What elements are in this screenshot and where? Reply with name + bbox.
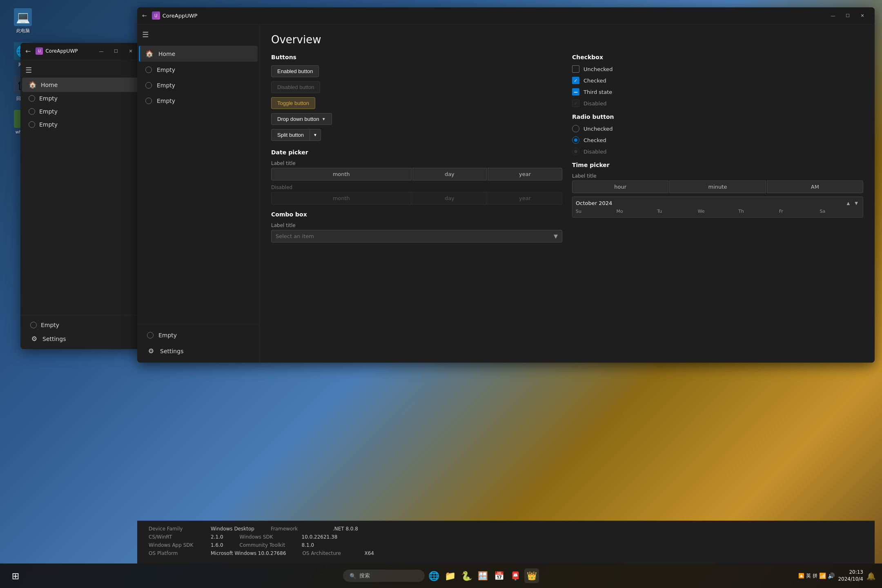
radio-unchecked-outer xyxy=(572,125,579,132)
calendar-month-year: October 2024 xyxy=(576,200,612,206)
tray-volume[interactable]: 🔊 xyxy=(828,572,835,579)
day-field[interactable]: day xyxy=(412,168,487,180)
radio-unchecked[interactable]: Unchecked xyxy=(572,125,863,132)
month-field[interactable]: month xyxy=(271,168,412,180)
small-win-controls: — ☐ ✕ xyxy=(94,45,138,57)
nav-empty2-label: Empty xyxy=(157,82,175,89)
checkbox-checked[interactable]: ✓ Checked xyxy=(572,77,863,84)
nav-item-home[interactable]: 🏠 Home xyxy=(139,46,258,62)
radio-disabled-label: Disabled xyxy=(584,149,606,155)
taskbar-search[interactable]: 🔍 搜索 xyxy=(343,570,425,582)
sidebar-item-empty-footer[interactable]: Empty xyxy=(24,318,140,332)
start-button[interactable]: ⊞ xyxy=(7,567,24,585)
combo-box-section: Combo box Label title Select an item ▼ xyxy=(271,211,562,243)
radio-checked[interactable]: Checked xyxy=(572,136,863,144)
radio-unchecked-label: Unchecked xyxy=(584,126,613,132)
small-app-icon: U xyxy=(36,47,43,55)
nav-empty-footer-label: Empty xyxy=(158,332,177,339)
taskbar-icon-calendar[interactable]: 📅 xyxy=(492,568,506,583)
tray-icon-up[interactable]: 🔼 xyxy=(798,573,804,579)
checkbox-unchecked[interactable]: Unchecked xyxy=(572,65,863,73)
back-icon[interactable]: ← xyxy=(25,47,31,55)
nav-item-empty-footer[interactable]: Empty xyxy=(140,328,256,343)
checkbox-disabled: ✓ Disabled xyxy=(572,100,863,107)
year-field[interactable]: year xyxy=(488,168,562,180)
split-button-arrow[interactable]: ▼ xyxy=(310,129,321,141)
small-title-content: U CoreAppUWP xyxy=(36,47,78,55)
tray-wifi[interactable]: 📶 xyxy=(819,572,826,579)
clock-date: 2024/10/4 xyxy=(838,576,863,583)
left-navigation: ☰ 🏠 Home Empty Empty Empty Empt xyxy=(137,24,260,363)
calendar-header: October 2024 ▲ ▼ xyxy=(576,200,860,206)
nav-item-empty1[interactable]: Empty xyxy=(139,62,258,77)
checkbox-indeterminate-box: − xyxy=(572,88,579,96)
split-button-main[interactable]: Split button xyxy=(271,129,310,141)
sidebar-item-empty2[interactable]: Empty xyxy=(22,105,141,118)
nav-radio-1 xyxy=(145,67,152,73)
day-field-disabled: day xyxy=(412,192,487,205)
calendar-next-button[interactable]: ▼ xyxy=(853,200,860,206)
taskbar-icon-network[interactable]: 🌐 xyxy=(426,568,441,583)
enabled-button[interactable]: Enabled button xyxy=(271,65,319,77)
system-clock[interactable]: 20:13 2024/10/4 xyxy=(838,569,863,583)
tray-ime[interactable]: 拼 xyxy=(813,572,817,579)
notification-button[interactable]: 🔔 xyxy=(866,572,875,580)
sidebar-item-empty1-label: Empty xyxy=(39,95,58,102)
dropdown-button[interactable]: Drop down button ▼ xyxy=(271,113,332,125)
calendar-prev-button[interactable]: ▲ xyxy=(845,200,852,206)
main-maximize-button[interactable]: ☐ xyxy=(840,9,855,22)
hamburger-button[interactable]: ☰ xyxy=(20,62,143,78)
combo-box-title: Combo box xyxy=(271,211,562,218)
combo-box-control[interactable]: Select an item ▼ xyxy=(271,230,562,243)
info-row-3: OS Platform Microsoft Windows 10.0.27686… xyxy=(149,550,863,556)
buttons-section-title: Buttons xyxy=(271,54,562,60)
main-close-button[interactable]: ✕ xyxy=(855,9,870,22)
close-button[interactable]: ✕ xyxy=(123,45,138,57)
main-back-icon[interactable]: ← xyxy=(142,12,147,19)
sidebar-item-empty3[interactable]: Empty xyxy=(22,118,141,131)
small-app-title: CoreAppUWP xyxy=(45,48,78,54)
tray-lang[interactable]: 英 xyxy=(806,572,811,579)
combo-box-label: Label title xyxy=(271,223,562,228)
desktop-icon-computer[interactable]: 💻 此电脑 xyxy=(8,8,38,34)
nav-settings-icon: ⚙ xyxy=(147,347,155,355)
info-cell-community-toolkit: Community Toolkit 8.1.0 xyxy=(240,542,314,548)
sidebar-item-empty1[interactable]: Empty xyxy=(22,92,141,105)
nav-hamburger-button[interactable]: ☰ xyxy=(137,27,259,42)
hour-field[interactable]: hour xyxy=(572,180,668,193)
framework-value: .NET 8.0.8 xyxy=(333,526,358,532)
taskbar: ⊞ 🔍 搜索 🌐 📁 🐍 🪟 📅 📮 👑 🔼 英 拼 📶 🔊 20:13 202… xyxy=(0,564,882,588)
taskbar-icon-python[interactable]: 🐍 xyxy=(459,568,474,583)
search-icon: 🔍 xyxy=(350,573,356,579)
nav-item-settings[interactable]: ⚙ Settings xyxy=(140,343,256,359)
checkbox-indeterminate[interactable]: − Third state xyxy=(572,88,863,96)
cswinrt-label: CS/WinRT xyxy=(149,534,206,540)
radio-checked-outer xyxy=(572,136,579,144)
checkbox-indeterminate-label: Third state xyxy=(584,89,612,95)
info-cell-framework: Framework .NET 8.0.8 xyxy=(271,526,358,532)
sidebar-item-settings-label: Settings xyxy=(42,336,66,342)
minimize-button[interactable]: — xyxy=(94,45,109,57)
taskbar-icon-app[interactable]: 👑 xyxy=(524,568,539,583)
date-picker-label: Label title xyxy=(271,160,562,166)
sidebar-item-settings[interactable]: ⚙ Settings xyxy=(24,332,140,346)
checkbox-unchecked-label: Unchecked xyxy=(584,66,613,72)
main-minimize-button[interactable]: — xyxy=(826,9,840,22)
ampm-field[interactable]: AM xyxy=(767,180,863,193)
taskbar-icon-store[interactable]: 🪟 xyxy=(475,568,490,583)
minute-field[interactable]: minute xyxy=(669,180,766,193)
info-cell-os-arch: OS Architecture X64 xyxy=(303,550,374,556)
dropdown-button-label: Drop down button xyxy=(277,116,319,122)
os-platform-value: Microsoft Windows 10.0.27686 xyxy=(211,550,286,556)
overview-grid: Buttons Enabled button Disabled button T… xyxy=(271,54,863,243)
toggle-button[interactable]: Toggle button xyxy=(271,97,315,109)
sidebar-item-empty3-label: Empty xyxy=(39,121,58,128)
maximize-button[interactable]: ☐ xyxy=(109,45,123,57)
radio-section-title: Radio button xyxy=(572,114,863,120)
app-sdk-label: Windows App SDK xyxy=(149,542,206,548)
nav-item-empty2[interactable]: Empty xyxy=(139,78,258,93)
taskbar-icon-folder[interactable]: 📁 xyxy=(443,568,457,583)
sidebar-item-home[interactable]: 🏠 Home xyxy=(22,78,141,92)
nav-item-empty3[interactable]: Empty xyxy=(139,94,258,108)
taskbar-icon-mail[interactable]: 📮 xyxy=(508,568,523,583)
